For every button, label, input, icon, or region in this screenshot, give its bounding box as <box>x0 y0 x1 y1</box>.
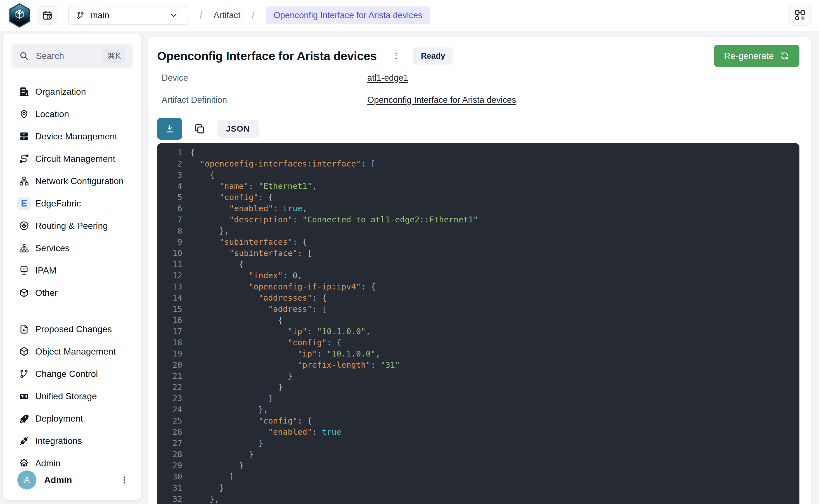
line-number: 11 <box>168 259 182 270</box>
line-number: 12 <box>168 270 182 281</box>
sidebar-item-integrations[interactable]: Integrations <box>3 430 141 452</box>
avatar: A <box>17 470 36 489</box>
line-number: 15 <box>168 303 182 315</box>
code-line: 26 "enabled": true <box>168 426 799 438</box>
ipam-icon: IP <box>17 264 31 277</box>
code-line: 23 ] <box>168 393 799 404</box>
field-label: Artifact Definition <box>161 95 367 105</box>
sidebar-item-organization[interactable]: Organization <box>3 80 141 103</box>
line-number: 9 <box>168 236 182 248</box>
chevron-down-icon <box>159 11 188 20</box>
refresh-icon <box>780 51 789 61</box>
code-line: 1{ <box>168 147 799 158</box>
breadcrumb-separator: / <box>251 9 254 21</box>
line-number: 27 <box>168 438 182 449</box>
sidebar-item-proposed-changes[interactable]: Proposed Changes <box>3 318 141 340</box>
line-number: 31 <box>168 482 182 493</box>
code-line: 19 "ip": "10.1.0.0", <box>168 348 799 359</box>
code-viewer[interactable]: 1{2 "openconfig-interfaces:interface": [… <box>157 143 799 504</box>
sidebar-nav: Organization Location Device Management <box>3 80 141 474</box>
sidebar-item-label: Circuit Management <box>35 154 115 164</box>
sidebar-item-change-control[interactable]: Change Control <box>3 363 141 385</box>
sidebar-item-ipam[interactable]: IP IPAM <box>3 259 141 282</box>
sidebar-item-device-management[interactable]: Device Management <box>3 125 141 148</box>
code-line: 16 { <box>168 315 799 326</box>
code-line: 10 "subinterface": [ <box>168 248 799 259</box>
code-line: 14 "addresses": { <box>168 292 799 303</box>
sidebar-item-label: Change Control <box>35 369 98 379</box>
code-line: 28 } <box>168 449 799 460</box>
sidebar-item-label: Object Management <box>35 346 116 357</box>
kebab-menu-icon[interactable] <box>120 475 129 485</box>
sidebar-item-unified-storage[interactable]: Unified Storage <box>3 385 141 407</box>
sidebar-divider <box>11 311 133 311</box>
main-content: Openconfig Interface for Arista devices … <box>148 37 811 504</box>
sidebar-item-label: Integrations <box>35 436 82 446</box>
sidebar-item-label: Device Management <box>35 131 117 142</box>
code-line: 13 "openconfig-if-ip:ipv4": { <box>168 281 799 292</box>
line-number: 5 <box>168 192 182 203</box>
page-title: Openconfig Interface for Arista devices <box>157 49 377 63</box>
route-icon <box>17 152 31 165</box>
sidebar-item-circuit-management[interactable]: Circuit Management <box>3 148 141 170</box>
map-pin-icon <box>17 107 31 121</box>
calendar-button[interactable] <box>38 6 56 25</box>
cube-icon <box>17 286 31 299</box>
line-number: 23 <box>168 393 182 404</box>
line-number: 17 <box>168 326 182 337</box>
breadcrumb-item-artifact[interactable]: Artifact <box>213 10 240 20</box>
title-kebab-menu-icon[interactable] <box>392 52 400 60</box>
line-number: 25 <box>168 415 182 426</box>
field-row-artifact-definition: Artifact Definition Openconfig Interface… <box>157 89 799 111</box>
sidebar-item-deployment[interactable]: Deployment <box>3 407 141 430</box>
line-number: 16 <box>168 315 182 326</box>
plug-icon <box>17 434 31 448</box>
topology-apps-button[interactable] <box>789 5 811 26</box>
sidebar-item-edgefabric[interactable]: E EdgeFabric <box>3 192 141 215</box>
breadcrumb-separator: / <box>199 9 202 21</box>
line-number: 24 <box>168 404 182 415</box>
sidebar-item-routing-peering[interactable]: Routing & Peering <box>3 215 141 237</box>
code-line: 22 } <box>168 382 799 393</box>
code-line: 3 { <box>168 169 799 180</box>
search-input[interactable]: Search ⌘K <box>11 44 133 68</box>
svg-text:IP: IP <box>22 267 25 271</box>
git-branch-icon <box>17 367 31 381</box>
code-line: 17 "ip": "10.1.0.0", <box>168 326 799 337</box>
line-number: 28 <box>168 449 182 460</box>
sidebar-item-label: Admin <box>35 458 61 469</box>
sidebar: Search ⌘K Organization Locatio <box>3 34 141 500</box>
storage-icon <box>17 389 31 403</box>
user-menu[interactable]: A Admin <box>3 470 141 489</box>
re-generate-label: Re-generate <box>724 51 774 61</box>
device-link[interactable]: atl1-edge1 <box>367 73 408 83</box>
re-generate-button[interactable]: Re-generate <box>714 45 799 67</box>
sidebar-item-services[interactable]: Services <box>3 237 141 259</box>
code-line: 32 }, <box>168 493 799 504</box>
sidebar-item-label: Proposed Changes <box>35 324 112 334</box>
artifact-definition-link[interactable]: Openconfig Interface for Arista devices <box>367 95 516 105</box>
copy-button[interactable] <box>193 123 206 135</box>
code-line: 24 }, <box>168 404 799 415</box>
download-button[interactable] <box>157 118 182 140</box>
hierarchy-icon <box>17 241 31 255</box>
breadcrumb-item-current[interactable]: Openconfig Interface for Arista devices <box>266 6 430 24</box>
code-line: 12 "index": 0, <box>168 270 799 281</box>
code-line: 31 } <box>168 482 799 493</box>
sidebar-item-location[interactable]: Location <box>3 103 141 125</box>
line-number: 8 <box>168 225 182 236</box>
line-number: 10 <box>168 248 182 259</box>
search-shortcut: ⌘K <box>103 49 125 63</box>
sidebar-item-object-management[interactable]: Object Management <box>3 340 141 363</box>
line-number: 26 <box>168 426 182 438</box>
sidebar-item-other[interactable]: Other <box>3 282 141 304</box>
code-line: 4 "name": "Ethernet1", <box>168 180 799 192</box>
search-placeholder: Search <box>36 51 64 61</box>
title-row: Openconfig Interface for Arista devices … <box>157 45 799 67</box>
sidebar-item-network-configuration[interactable]: Network Configuration <box>3 170 141 192</box>
app-logo[interactable] <box>8 3 31 28</box>
branch-selector[interactable]: main <box>68 6 188 25</box>
sidebar-item-label: IPAM <box>35 265 56 276</box>
format-tab-json[interactable]: JSON <box>217 120 259 138</box>
search-icon <box>19 51 29 61</box>
